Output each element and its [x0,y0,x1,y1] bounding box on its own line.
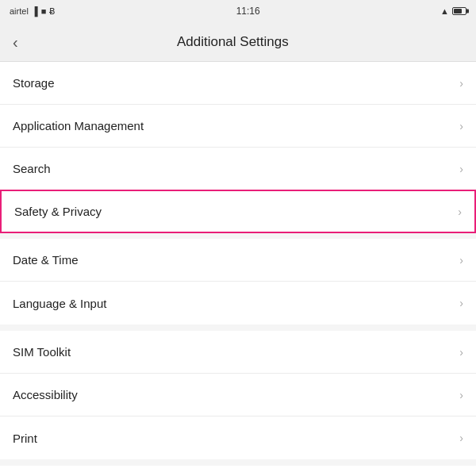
menu-item-label-safety-privacy: Safety & Privacy [14,205,102,218]
signal-icon: ▐ [32,6,38,16]
bluetooth-icon: Ƀ [49,6,56,17]
battery-icon [452,7,466,15]
section-section2: Date & Time › Language & Input › [0,239,476,324]
settings-list: Storage › Application Management › Searc… [0,62,476,476]
status-time: 11:16 [236,6,260,17]
menu-item-language-input[interactable]: Language & Input › [0,282,476,324]
menu-item-safety-privacy[interactable]: Safety & Privacy › [0,190,476,233]
menu-item-label-date-time: Date & Time [13,253,79,267]
menu-item-label-language-input: Language & Input [13,297,106,310]
chevron-icon-search: › [459,163,463,175]
chevron-icon-sim-toolkit: › [459,346,463,359]
menu-item-label-accessibility: Accessibility [13,388,78,401]
menu-item-storage[interactable]: Storage › [0,62,476,105]
menu-item-backup-reset[interactable]: Back up and reset › [0,466,476,476]
chevron-icon-print: › [459,432,463,444]
chevron-icon-date-time: › [459,254,463,267]
menu-item-print[interactable]: Print › [0,416,476,459]
wifi-icon: ■ [41,6,47,16]
chevron-icon-application-management: › [459,120,463,132]
signal-strength-icon: ▲ [440,6,449,16]
menu-item-label-storage: Storage [13,76,55,90]
status-right: ▲ [440,6,466,16]
menu-item-date-time[interactable]: Date & Time › [0,239,476,282]
carrier-text: airtel [10,6,29,16]
menu-item-label-sim-toolkit: SIM Toolkit [13,345,71,359]
menu-item-label-print: Print [13,432,37,445]
menu-item-label-search: Search [13,162,51,175]
menu-item-application-management[interactable]: Application Management › [0,105,476,148]
chevron-icon-language-input: › [459,297,463,309]
back-button[interactable]: ‹ [13,34,18,50]
section-section1: Storage › Application Management › Searc… [0,62,476,233]
status-bar: airtel ▐ ■ Ƀ 11:16 ▲ [0,0,476,22]
section-section3: SIM Toolkit › Accessibility › Print › [0,331,476,459]
menu-item-accessibility[interactable]: Accessibility › [0,374,476,416]
menu-item-sim-toolkit[interactable]: SIM Toolkit › [0,331,476,374]
header: ‹ Additional Settings [0,22,476,62]
chevron-icon-storage: › [459,77,463,90]
section-section4: Back up and reset › [0,466,476,476]
chevron-icon-safety-privacy: › [458,205,462,218]
menu-item-search[interactable]: Search › [0,148,476,190]
status-left: airtel ▐ ■ Ƀ [10,6,56,17]
chevron-icon-accessibility: › [459,389,463,401]
menu-item-label-application-management: Application Management [13,119,144,132]
page-title: Additional Settings [31,34,435,50]
